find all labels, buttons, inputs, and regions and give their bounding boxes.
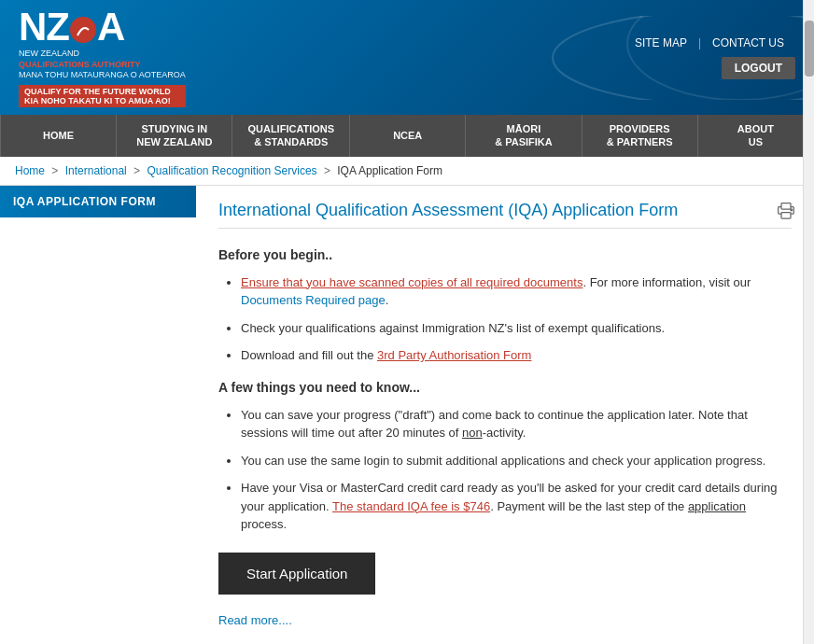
breadcrumb-qrs[interactable]: Qualification Recognition Services xyxy=(147,164,316,177)
svg-point-0 xyxy=(71,18,95,42)
header-right: SITE MAP | CONTACT US LOGOUT xyxy=(624,36,795,79)
page-title: International Qualification Assessment (… xyxy=(218,201,792,229)
before-list: Ensure that you have scanned copies of a… xyxy=(218,273,792,365)
main-nav: HOMESTUDYING INNEW ZEALANDQUALIFICATIONS… xyxy=(0,115,814,157)
scrollbar[interactable] xyxy=(803,0,814,644)
main-layout: IQA APPLICATION FORM International Quali… xyxy=(0,186,814,644)
nav-item-ncea[interactable]: NCEA xyxy=(350,115,466,157)
sidebar-title: IQA APPLICATION FORM xyxy=(0,186,196,217)
docs-required-link[interactable]: Documents Required page xyxy=(241,293,386,307)
logo-tagline: QUALIFY FOR THE FUTURE WORLD KIA NOHO TA… xyxy=(19,85,186,107)
svg-point-3 xyxy=(791,209,793,211)
logo-text: NZ A xyxy=(19,7,186,47)
breadcrumb-current: IQA Application Form xyxy=(337,164,442,177)
few-things-item-3: Have your Visa or MasterCard credit card… xyxy=(241,479,792,534)
nav-item-about-us[interactable]: ABOUTUS xyxy=(698,115,814,157)
start-button-wrapper: Start Application xyxy=(218,553,792,595)
nav-item-home[interactable]: HOME xyxy=(0,115,117,157)
before-item-2: Check your qualifications against Immigr… xyxy=(241,319,792,338)
sidebar: IQA APPLICATION FORM xyxy=(0,186,196,644)
contact-us-link[interactable]: CONTACT US xyxy=(701,36,795,49)
before-heading: Before you begin.. xyxy=(218,247,792,262)
breadcrumb-international[interactable]: International xyxy=(65,164,127,177)
few-things-heading: A few things you need to know... xyxy=(218,380,792,395)
read-more-link[interactable]: Read more.... xyxy=(218,613,292,627)
nav-item-studying-in-new-zealand[interactable]: STUDYING INNEW ZEALAND xyxy=(117,115,232,157)
scanned-docs-link[interactable]: Ensure that you have scanned copies of a… xyxy=(241,275,582,289)
third-party-form-link[interactable]: 3rd Party Authorisation Form xyxy=(377,348,531,362)
logo-subtitle: NEW ZEALAND QUALIFICATIONS AUTHORITY MAN… xyxy=(19,49,186,81)
few-things-list: You can save your progress ("draft") and… xyxy=(218,406,792,534)
iqa-fee-link[interactable]: The standard IQA fee is $746 xyxy=(332,499,490,513)
svg-rect-1 xyxy=(781,212,791,218)
before-item-1: Ensure that you have scanned copies of a… xyxy=(241,273,792,310)
nav-item-qualifications-&-standards[interactable]: QUALIFICATIONS& STANDARDS xyxy=(232,115,350,157)
breadcrumb-home[interactable]: Home xyxy=(15,164,45,177)
print-icon[interactable] xyxy=(777,201,795,222)
start-application-button[interactable]: Start Application xyxy=(218,553,375,595)
scrollbar-thumb[interactable] xyxy=(805,21,814,77)
svg-rect-2 xyxy=(781,203,791,209)
breadcrumb-sep-3: > xyxy=(324,164,330,177)
logo-area: NZ A NEW ZEALAND QUALIFICATIONS AUTHORIT… xyxy=(19,7,186,107)
main-content: International Qualification Assessment (… xyxy=(196,186,814,644)
nav-item-providers-&-partners[interactable]: PROVIDERS& PARTNERS xyxy=(582,115,698,157)
few-things-item-2: You can use the same login to submit add… xyxy=(241,452,792,470)
divider: | xyxy=(698,36,701,49)
breadcrumb-sep-2: > xyxy=(133,164,140,177)
header-links: SITE MAP | CONTACT US xyxy=(624,36,795,49)
logout-button[interactable]: LOGOUT xyxy=(722,57,795,79)
few-things-item-1: You can save your progress ("draft") and… xyxy=(241,406,792,442)
breadcrumb: Home > International > Qualification Rec… xyxy=(0,157,814,186)
nav-item-māori-&-pasifika[interactable]: MĀORI& PASIFIKA xyxy=(466,115,582,157)
site-header: NZ A NEW ZEALAND QUALIFICATIONS AUTHORIT… xyxy=(0,0,814,115)
site-map-link[interactable]: SITE MAP xyxy=(624,36,698,49)
before-item-3: Download and fill out the 3rd Party Auth… xyxy=(241,346,792,365)
breadcrumb-sep-1: > xyxy=(51,164,58,177)
